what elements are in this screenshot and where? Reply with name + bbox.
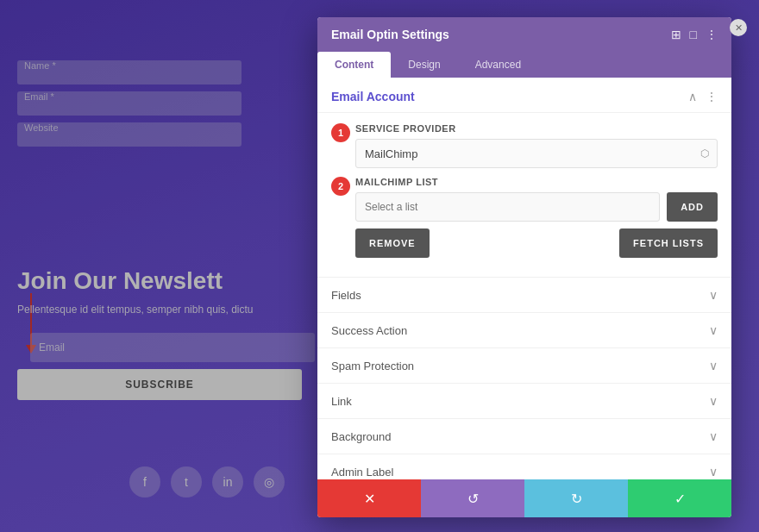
- action-buttons: REMOVE FETCH LISTS: [355, 228, 718, 258]
- mailchimp-list-row: 2 Service Provider MailChimp List ADD RE…: [331, 177, 718, 258]
- success-action-section: Success Action ∨: [317, 313, 731, 348]
- admin-label-header[interactable]: Admin Label ∨: [317, 454, 731, 479]
- section-more-icon[interactable]: ⋮: [706, 90, 718, 103]
- fields-chevron-icon: ∨: [709, 288, 718, 302]
- save-button[interactable]: ✓: [628, 479, 731, 517]
- close-x-button[interactable]: ✕: [730, 19, 747, 36]
- section-header-icons: ∧ ⋮: [688, 90, 718, 103]
- tab-advanced[interactable]: Advanced: [458, 52, 538, 78]
- success-action-chevron-icon: ∨: [709, 323, 718, 337]
- chevron-up-icon[interactable]: ∧: [688, 90, 697, 103]
- bottom-action-bar: ✕ ↺ ↻ ✓: [317, 479, 731, 517]
- window-icon[interactable]: □: [690, 28, 697, 41]
- remove-button[interactable]: REMOVE: [355, 228, 430, 258]
- background-label: Background: [331, 430, 391, 443]
- service-provider-field: Service Provider MailChimp AWeber GetRes…: [355, 123, 718, 168]
- tab-content[interactable]: Content: [317, 52, 391, 78]
- step2-badge: 2: [331, 177, 350, 196]
- service-provider-label: Service Provider: [355, 123, 718, 134]
- more-icon[interactable]: ⋮: [706, 28, 718, 41]
- background-chevron-icon: ∨: [709, 429, 718, 443]
- spam-protection-header[interactable]: Spam Protection ∨: [317, 348, 731, 383]
- grid-icon[interactable]: ⊞: [671, 28, 681, 41]
- admin-label-text: Admin Label: [331, 466, 393, 479]
- list-input-row: ADD: [355, 192, 718, 222]
- mailchimp-list-title: MailChimp List: [355, 177, 718, 187]
- fetch-lists-button[interactable]: FETCH LISTS: [619, 228, 718, 258]
- mailchimp-list-field: Service Provider MailChimp List ADD REMO…: [355, 177, 718, 258]
- background-section: Background ∨: [317, 419, 731, 454]
- link-header[interactable]: Link ∨: [317, 384, 731, 418]
- admin-label-section: Admin Label ∨: [317, 454, 731, 479]
- cancel-button[interactable]: ✕: [317, 479, 421, 517]
- spam-protection-section: Spam Protection ∨: [317, 348, 731, 384]
- panel-body: Email Account ∧ ⋮ 1 Service Provider Mai…: [317, 78, 731, 479]
- link-section: Link ∨: [317, 384, 731, 419]
- tab-design[interactable]: Design: [391, 52, 457, 78]
- panel-header: Email Optin Settings ⊞ □ ⋮: [317, 17, 731, 52]
- spam-protection-label: Spam Protection: [331, 360, 414, 372]
- panel-title: Email Optin Settings: [331, 28, 449, 41]
- settings-panel: Email Optin Settings ⊞ □ ⋮ Content Desig…: [317, 17, 731, 517]
- reset-button[interactable]: ↺: [421, 479, 524, 517]
- fields-section: Fields ∨: [317, 278, 731, 313]
- select-list-input[interactable]: [355, 192, 660, 222]
- admin-label-chevron-icon: ∨: [709, 465, 718, 479]
- spam-protection-chevron-icon: ∨: [709, 359, 718, 372]
- step1-badge: 1: [331, 123, 350, 142]
- add-button[interactable]: ADD: [667, 192, 718, 222]
- link-chevron-icon: ∨: [709, 394, 718, 408]
- service-provider-select[interactable]: MailChimp AWeber GetResponse ConvertKit: [355, 139, 718, 168]
- link-label: Link: [331, 395, 352, 408]
- success-action-label: Success Action: [331, 324, 407, 337]
- panel-tabs: Content Design Advanced: [317, 52, 731, 78]
- background-header[interactable]: Background ∨: [317, 419, 731, 454]
- email-account-title: Email Account: [331, 90, 415, 103]
- fields-header[interactable]: Fields ∨: [317, 278, 731, 312]
- email-account-header: Email Account ∧ ⋮: [317, 78, 731, 113]
- email-account-content: 1 Service Provider MailChimp AWeber GetR…: [317, 113, 731, 278]
- header-icons: ⊞ □ ⋮: [671, 28, 718, 41]
- success-action-header[interactable]: Success Action ∨: [317, 313, 731, 347]
- service-provider-select-wrapper: MailChimp AWeber GetResponse ConvertKit …: [355, 139, 718, 168]
- redo-button[interactable]: ↻: [524, 479, 628, 517]
- service-provider-row: 1 Service Provider MailChimp AWeber GetR…: [331, 123, 718, 168]
- fields-label: Fields: [331, 289, 361, 302]
